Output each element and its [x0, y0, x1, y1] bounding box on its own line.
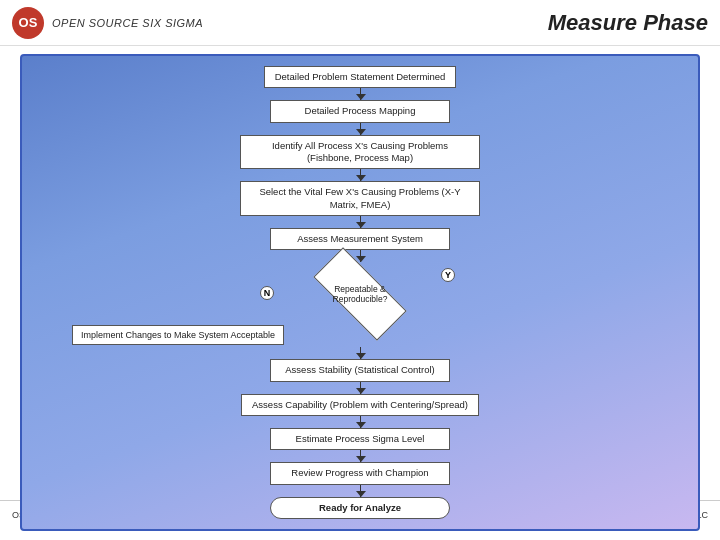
- flowchart-box-9: Review Progress with Champion: [270, 462, 450, 484]
- arrow-10: [360, 485, 361, 497]
- arrow-1: [360, 88, 361, 100]
- header-left: OS OPEN SOURCE SIX SIGMA: [12, 7, 203, 39]
- logo-icon: OS: [12, 7, 44, 39]
- decision-label: Repeatable &Reproducible?: [325, 284, 395, 304]
- flowchart-box-5: Assess Measurement System: [270, 228, 450, 250]
- arrow-6: [360, 347, 361, 359]
- flowchart-box-8: Estimate Process Sigma Level: [270, 428, 450, 450]
- arrow-9: [360, 450, 361, 462]
- flowchart-box-1: Detailed Problem Statement Determined: [264, 66, 457, 88]
- yes-label: Y: [441, 268, 455, 282]
- page-title: Measure Phase: [548, 10, 708, 36]
- arrow-7: [360, 382, 361, 394]
- decision-node: Repeatable &Reproducible? Y N: [42, 266, 678, 321]
- no-label: N: [260, 286, 274, 300]
- implement-box: Implement Changes to Make System Accepta…: [72, 325, 284, 345]
- flowchart-box-2: Detailed Process Mapping: [270, 100, 450, 122]
- arrow-8: [360, 416, 361, 428]
- arrow-3: [360, 169, 361, 181]
- org-name: OPEN SOURCE SIX SIGMA: [52, 17, 203, 29]
- flowchart-box-10: Ready for Analyze: [270, 497, 450, 519]
- arrow-4: [360, 216, 361, 228]
- arrow-5: [360, 250, 361, 262]
- flowchart: Detailed Problem Statement Determined De…: [20, 54, 700, 531]
- arrow-2: [360, 123, 361, 135]
- flowchart-box-3: Identify All Process X's Causing Problem…: [240, 135, 480, 170]
- header: OS OPEN SOURCE SIX SIGMA Measure Phase: [0, 0, 720, 46]
- main-content: Detailed Problem Statement Determined De…: [0, 46, 720, 500]
- flowchart-box-7: Assess Capability (Problem with Centerin…: [241, 394, 479, 416]
- flowchart-box-4: Select the Vital Few X's Causing Problem…: [240, 181, 480, 216]
- flowchart-box-6: Assess Stability (Statistical Control): [270, 359, 450, 381]
